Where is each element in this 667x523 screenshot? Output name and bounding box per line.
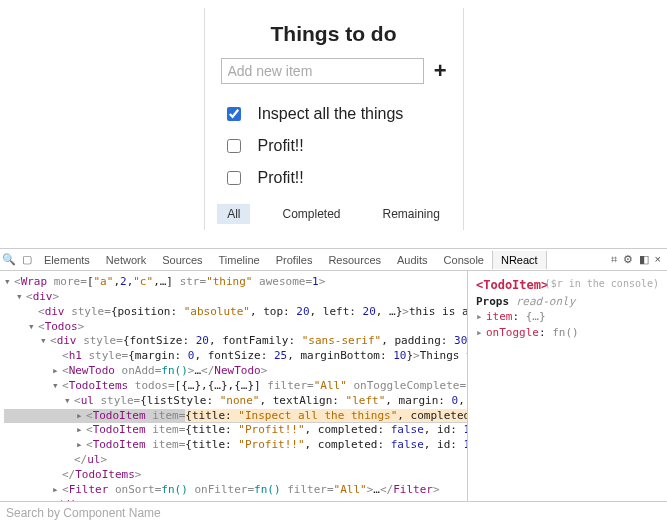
- console-hint: ($r in the console): [545, 277, 659, 291]
- device-icon[interactable]: ▢: [18, 253, 36, 266]
- todo-checkbox[interactable]: [227, 171, 241, 185]
- search-placeholder: Search by Component Name: [6, 506, 161, 520]
- tab-console[interactable]: Console: [436, 251, 492, 269]
- todo-label: Inspect all the things: [258, 105, 404, 123]
- filter-remaining[interactable]: Remaining: [373, 204, 450, 224]
- filter-bar: All Completed Remaining: [221, 204, 447, 224]
- filter-all[interactable]: All: [217, 204, 250, 224]
- filter-completed[interactable]: Completed: [272, 204, 350, 224]
- devtools-tabs: 🔍 ▢ Elements Network Sources Timeline Pr…: [0, 249, 667, 271]
- gear-icon[interactable]: ⚙: [623, 253, 633, 266]
- search-icon[interactable]: 🔍: [0, 253, 18, 266]
- add-icon[interactable]: +: [434, 60, 447, 82]
- readonly-badge: read-only: [516, 295, 576, 308]
- prop-row[interactable]: ▸item: {…}: [476, 309, 659, 324]
- selected-tree-node[interactable]: ▸<TodoItem item={title: "Inspect all the…: [4, 409, 467, 424]
- devtools-panel: 🔍 ▢ Elements Network Sources Timeline Pr…: [0, 248, 667, 523]
- tab-audits[interactable]: Audits: [389, 251, 436, 269]
- app-viewport: Things to do + Inspect all the things Pr…: [0, 0, 667, 240]
- todo-checkbox[interactable]: [227, 139, 241, 153]
- tab-profiles[interactable]: Profiles: [268, 251, 321, 269]
- prop-row[interactable]: ▸onToggle: fn(): [476, 325, 659, 340]
- tab-network[interactable]: Network: [98, 251, 154, 269]
- new-todo-row: +: [221, 58, 447, 84]
- console-drawer-icon[interactable]: ⌗: [611, 253, 617, 266]
- todo-checkbox[interactable]: [227, 107, 241, 121]
- component-tree[interactable]: ▾<Wrap more=["a",2,"c",…] str="thing" aw…: [0, 271, 467, 501]
- component-search[interactable]: Search by Component Name: [0, 501, 667, 523]
- devtools-toolbar-right: ⌗ ⚙ ◧ ×: [611, 253, 667, 266]
- devtools-body: ▾<Wrap more=["a",2,"c",…] str="thing" aw…: [0, 271, 667, 501]
- todo-label: Profit!!: [258, 137, 304, 155]
- todo-app: Things to do + Inspect all the things Pr…: [204, 8, 464, 230]
- todo-row: Profit!!: [221, 130, 447, 162]
- todo-label: Profit!!: [258, 169, 304, 187]
- props-pane: ($r in the console) <TodoItem> Props rea…: [467, 271, 667, 501]
- tab-sources[interactable]: Sources: [154, 251, 210, 269]
- todo-row: Inspect all the things: [221, 98, 447, 130]
- page-title: Things to do: [221, 22, 447, 46]
- close-icon[interactable]: ×: [655, 253, 661, 266]
- tab-timeline[interactable]: Timeline: [211, 251, 268, 269]
- todo-row: Profit!!: [221, 162, 447, 194]
- props-label: Props: [476, 295, 509, 308]
- tab-elements[interactable]: Elements: [36, 251, 98, 269]
- tab-resources[interactable]: Resources: [320, 251, 389, 269]
- new-todo-input[interactable]: [221, 58, 424, 84]
- tab-nreact[interactable]: NReact: [492, 251, 547, 269]
- dock-icon[interactable]: ◧: [639, 253, 649, 266]
